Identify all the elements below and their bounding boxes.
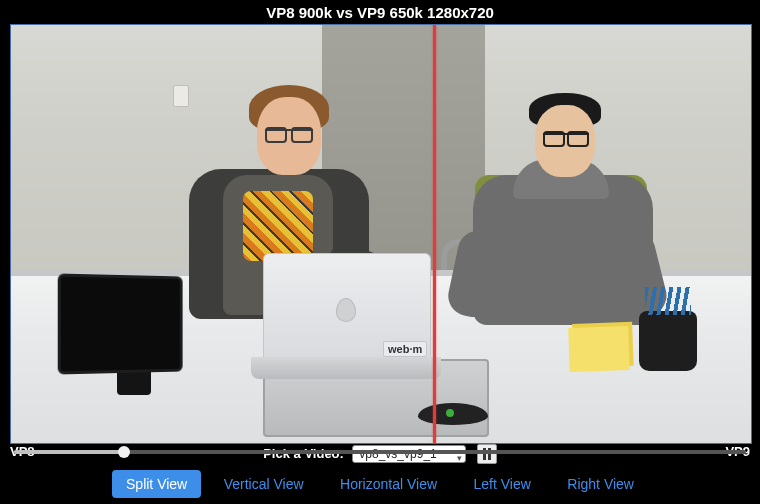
seek-progress [14,450,124,454]
apple-logo-icon [336,298,356,322]
tab-vertical-view[interactable]: Vertical View [210,470,318,498]
tab-horizontal-view[interactable]: Horizontal View [326,470,451,498]
conference-mic-icon [418,403,488,425]
tablet-icon [58,274,183,375]
split-divider[interactable] [433,25,436,443]
sticky-notes-icon [568,326,629,372]
seek-thumb[interactable] [118,446,130,458]
video-compare-app: VP8 900k vs VP9 650k 1280x720 web·m [0,0,760,504]
seek-track[interactable] [14,450,746,454]
tab-left-view[interactable]: Left View [460,470,545,498]
tab-split-view[interactable]: Split View [112,470,201,498]
view-mode-tabs: Split View Vertical View Horizontal View… [0,470,760,498]
page-title: VP8 900k vs VP9 650k 1280x720 [0,4,760,21]
pen-cup-icon [639,311,697,371]
video-select[interactable]: vp8_vs_vp9_1 ▴▾ [352,445,466,463]
video-scene: web·m [11,25,751,443]
person-right [457,81,667,311]
tab-right-view[interactable]: Right View [553,470,648,498]
pause-button[interactable] [477,444,497,464]
webm-sticker: web·m [383,341,427,357]
video-viewport: web·m [10,24,752,444]
controls-bar: VP8 VP9 Pick a Video: vp8_vs_vp9_1 ▴▾ Sp… [0,444,760,504]
